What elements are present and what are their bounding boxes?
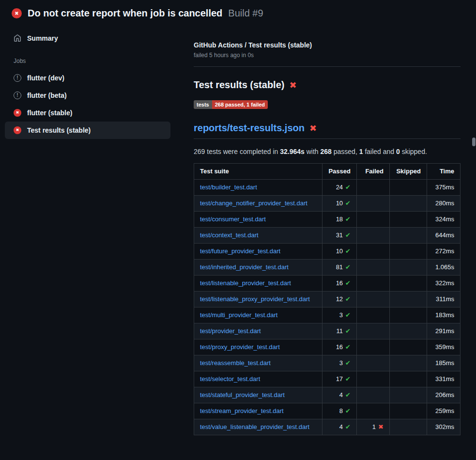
divider bbox=[194, 66, 461, 67]
time-cell: 259ms bbox=[427, 403, 461, 419]
skipped-cell bbox=[390, 339, 427, 355]
skipped-cell bbox=[390, 371, 427, 387]
sidebar-item-label: Summary bbox=[27, 34, 58, 42]
summary-text-part: passed, bbox=[332, 148, 359, 155]
table-row: test/context_test.dart31✔644ms bbox=[194, 228, 461, 244]
time-cell: 324ms bbox=[427, 212, 461, 228]
check-icon: ✔ bbox=[345, 215, 351, 223]
passed-cell: 17✔ bbox=[322, 371, 357, 387]
test-suite-link[interactable]: test/selector_test.dart bbox=[200, 375, 260, 383]
table-header-row: Test suite Passed Failed Skipped Time bbox=[194, 164, 461, 180]
passed-cell: 3✔ bbox=[322, 355, 357, 371]
test-suite-link[interactable]: test/consumer_test.dart bbox=[200, 215, 266, 223]
check-icon: ✔ bbox=[345, 247, 351, 255]
time-cell: 302ms bbox=[427, 419, 461, 435]
table-row: test/proxy_provider_test.dart16✔359ms bbox=[194, 339, 461, 355]
test-suite-link[interactable]: test/proxy_provider_test.dart bbox=[200, 343, 280, 351]
neutral-status-icon: ! bbox=[14, 74, 21, 82]
tests-summary: 269 tests were completed in 32.964s with… bbox=[194, 148, 461, 155]
summary-skipped-count: 0 bbox=[396, 148, 400, 155]
breadcrumb: GitHub Actions / Test results (stable) bbox=[194, 41, 461, 49]
table-row: test/stream_provider_test.dart8✔259ms bbox=[194, 403, 461, 419]
section-heading: Test results (stable) ✖ bbox=[194, 79, 461, 91]
test-suite-cell: test/consumer_test.dart bbox=[194, 212, 322, 228]
scrollbar-thumb[interactable] bbox=[472, 138, 476, 146]
sidebar-item-summary[interactable]: Summary bbox=[5, 30, 170, 47]
sidebar: Summary Jobs ! flutter (dev) ! flutter (… bbox=[0, 22, 194, 139]
test-suite-link[interactable]: test/stateful_provider_test.dart bbox=[200, 391, 285, 399]
test-suite-link[interactable]: test/change_notifier_provider_test.dart bbox=[200, 199, 307, 207]
sidebar-item-flutter-stable[interactable]: ✖ flutter (stable) bbox=[5, 104, 170, 122]
passed-count: 31 bbox=[336, 231, 343, 239]
test-suite-link[interactable]: test/multi_provider_test.dart bbox=[200, 311, 277, 319]
failed-cell bbox=[357, 339, 390, 355]
time-cell: 291ms bbox=[427, 323, 461, 339]
report-heading: reports/test-results.json ✖ bbox=[194, 123, 461, 139]
failed-cell bbox=[357, 212, 390, 228]
passed-cell: 11✔ bbox=[322, 323, 357, 339]
passed-cell: 31✔ bbox=[322, 228, 357, 244]
test-suite-link[interactable]: test/value_listenable_provider_test.dart bbox=[200, 423, 309, 430]
failed-cell bbox=[357, 371, 390, 387]
report-file-link[interactable]: reports/test-results.json bbox=[194, 123, 305, 134]
table-row: test/inherited_provider_test.dart81✔1.06… bbox=[194, 260, 461, 276]
time-cell: 311ms bbox=[427, 291, 461, 307]
build-number: Build #9 bbox=[228, 8, 263, 19]
failed-cell bbox=[357, 196, 390, 212]
run-status-text: failed 5 hours ago in 0s bbox=[194, 52, 461, 59]
test-suite-link[interactable]: test/builder_test.dart bbox=[200, 184, 257, 191]
sidebar-item-test-results-stable[interactable]: ✖ Test results (stable) bbox=[5, 122, 170, 139]
test-suite-cell: test/selector_test.dart bbox=[194, 371, 322, 387]
test-suite-link[interactable]: test/listenable_proxy_provider_test.dart bbox=[200, 295, 310, 303]
skipped-cell bbox=[390, 276, 427, 291]
test-suite-link[interactable]: test/future_provider_test.dart bbox=[200, 247, 280, 255]
check-icon: ✔ bbox=[345, 375, 351, 383]
skipped-cell bbox=[390, 403, 427, 419]
check-icon: ✔ bbox=[345, 327, 351, 335]
check-icon: ✔ bbox=[345, 295, 351, 303]
test-suite-link[interactable]: test/inherited_provider_test.dart bbox=[200, 263, 289, 271]
content: Summary Jobs ! flutter (dev) ! flutter (… bbox=[0, 22, 476, 435]
test-suite-link[interactable]: test/listenable_provider_test.dart bbox=[200, 279, 291, 287]
column-header-passed: Passed bbox=[322, 164, 357, 180]
run-header: ✖ Do not create report when job is cance… bbox=[0, 0, 476, 22]
passed-cell: 18✔ bbox=[322, 212, 357, 228]
x-circle-icon: ✖ bbox=[12, 8, 22, 18]
summary-text-part: 269 tests were completed in bbox=[194, 148, 280, 155]
failed-x-icon: ✖ bbox=[309, 124, 317, 133]
passed-cell: 24✔ bbox=[322, 180, 357, 196]
test-suite-link[interactable]: test/stream_provider_test.dart bbox=[200, 407, 284, 414]
summary-text-part: skipped. bbox=[400, 148, 427, 155]
test-suite-link[interactable]: test/context_test.dart bbox=[200, 231, 259, 239]
sidebar-item-label: flutter (dev) bbox=[27, 74, 64, 82]
sidebar-item-flutter-beta[interactable]: ! flutter (beta) bbox=[5, 87, 170, 104]
test-suite-cell: test/stream_provider_test.dart bbox=[194, 403, 322, 419]
table-row: test/multi_provider_test.dart3✔183ms bbox=[194, 307, 461, 323]
failed-cell bbox=[357, 307, 390, 323]
skipped-cell bbox=[390, 180, 427, 196]
summary-text-part: failed and bbox=[363, 148, 397, 155]
sidebar-item-flutter-dev[interactable]: ! flutter (dev) bbox=[5, 69, 170, 87]
check-icon: ✔ bbox=[345, 343, 351, 351]
test-suite-link[interactable]: test/provider_test.dart bbox=[200, 327, 261, 335]
table-row: test/listenable_proxy_provider_test.dart… bbox=[194, 291, 461, 307]
passed-count: 18 bbox=[336, 215, 343, 223]
passed-cell: 4✔ bbox=[322, 387, 357, 403]
test-suite-link[interactable]: test/reassemble_test.dart bbox=[200, 359, 271, 367]
cross-icon: ✖ bbox=[378, 423, 384, 430]
test-suite-cell: test/listenable_proxy_provider_test.dart bbox=[194, 291, 322, 307]
failed-count: 1 bbox=[372, 423, 376, 430]
test-suite-cell: test/proxy_provider_test.dart bbox=[194, 339, 322, 355]
failed-cell bbox=[357, 355, 390, 371]
test-suite-cell: test/value_listenable_provider_test.dart bbox=[194, 419, 322, 435]
passed-cell: 10✔ bbox=[322, 244, 357, 260]
test-suite-cell: test/change_notifier_provider_test.dart bbox=[194, 196, 322, 212]
time-cell: 322ms bbox=[427, 276, 461, 291]
main-panel: GitHub Actions / Test results (stable) f… bbox=[194, 22, 476, 435]
sidebar-item-label: Test results (stable) bbox=[27, 126, 91, 134]
table-row: test/builder_test.dart24✔375ms bbox=[194, 180, 461, 196]
table-row: test/value_listenable_provider_test.dart… bbox=[194, 419, 461, 435]
skipped-cell bbox=[390, 212, 427, 228]
skipped-cell bbox=[390, 323, 427, 339]
test-suite-cell: test/provider_test.dart bbox=[194, 323, 322, 339]
